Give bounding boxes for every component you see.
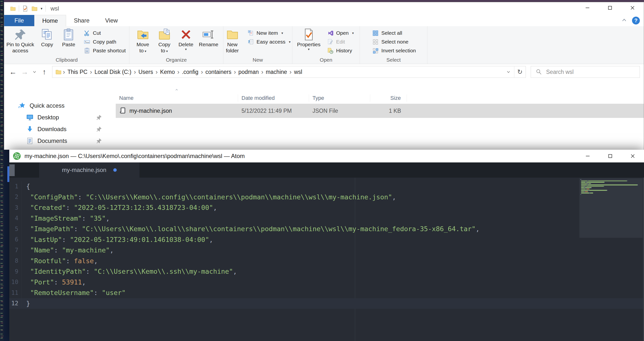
ribbon-tab-view[interactable]: View (98, 15, 126, 26)
back-button[interactable]: ← (8, 66, 18, 77)
code-line-12[interactable]: 12} (9, 298, 644, 309)
code-line-2[interactable]: 2 "ConfigPath": "C:\\Users\\Kemo\\.confi… (9, 192, 644, 202)
code-line-6[interactable]: 6 "LastUp": "2022-05-12T23:49:01.1461038… (9, 234, 644, 245)
tab-my-machine-json[interactable]: my-machine.json (39, 162, 140, 178)
easy-access-button[interactable]: Easy access▾ (245, 38, 293, 46)
maximize-button[interactable] (599, 150, 622, 162)
modified-indicator-icon[interactable] (113, 168, 117, 172)
breadcrumb-chevron-icon: › (89, 70, 93, 74)
close-button[interactable] (622, 150, 644, 162)
collapse-ribbon-button[interactable] (621, 17, 627, 24)
close-button[interactable] (621, 2, 644, 14)
copy-to-icon (158, 28, 171, 41)
code-line-4[interactable]: 4 "ImageStream": "35", (9, 213, 644, 224)
new-item-button[interactable]: New item▾ (245, 28, 293, 38)
breadcrumb-item-this-pc[interactable]: This PC (66, 69, 89, 75)
sort-ascending-icon (174, 88, 179, 92)
code-line-1[interactable]: 1{ (9, 181, 644, 192)
dropdown-caret-icon: ▾ (144, 49, 146, 53)
pin-icon (96, 126, 102, 132)
select-none-button[interactable]: Select none (370, 38, 418, 46)
sidebar-item-documents[interactable]: Documents (4, 135, 112, 147)
search-input[interactable] (546, 68, 627, 76)
code-line-7[interactable]: 7 "Name": "my-machine", (9, 245, 644, 256)
vertical-scrollbar[interactable] (643, 178, 644, 341)
up-button[interactable]: ↑ (39, 66, 50, 77)
properties-button[interactable]: Properties▾ (295, 27, 323, 52)
open-button[interactable]: Open▾ (325, 28, 356, 38)
breadcrumb-item-users[interactable]: Users (137, 69, 155, 75)
column-header-name[interactable]: Name (116, 94, 238, 102)
ribbon-group-caption: Select (360, 57, 427, 63)
line-number: 4 (9, 213, 22, 224)
code-text: "ImageStream": "35", (22, 214, 110, 222)
code-line-11[interactable]: 11 "RemoteUsername": "user" (9, 288, 644, 298)
line-number: 2 (9, 192, 22, 202)
ribbon-tab-file[interactable]: File (4, 15, 34, 26)
delete-button[interactable]: Delete▾ (175, 27, 197, 52)
close-icon (629, 4, 636, 12)
minimize-button[interactable] (576, 150, 599, 162)
breadcrumb-item-podman[interactable]: podman (236, 69, 260, 75)
column-header-size[interactable]: Size (370, 94, 407, 102)
minimize-button[interactable] (576, 2, 599, 14)
forward-button[interactable]: → (19, 66, 30, 77)
folder-icon[interactable] (10, 6, 16, 12)
invert-selection-button[interactable]: Invert selection (370, 46, 418, 55)
breadcrumb-item-containers[interactable]: containers (204, 69, 233, 75)
folder-icon[interactable] (31, 6, 38, 12)
copy-to-button[interactable]: Copyto▾ (154, 27, 175, 55)
recent-locations-caret[interactable] (31, 66, 38, 77)
search-box[interactable] (531, 66, 640, 78)
code-line-9[interactable]: 9 "IdentityPath": "C:\\Users\\Kemo\\.ssh… (9, 266, 644, 277)
select-all-button[interactable]: Select all (370, 28, 418, 38)
pin-to-quick-access-button[interactable]: Pin to Quickaccess (4, 27, 36, 54)
help-button[interactable]: ? (632, 17, 640, 24)
sidebar-item-quick-access[interactable]: Quick access (4, 100, 112, 112)
dock-toggle[interactable] (9, 164, 15, 176)
customize-toolbar-caret-icon[interactable]: ▾ (40, 6, 42, 11)
maximize-button[interactable] (599, 2, 621, 14)
quick-access-toolbar: ▾ wsl (4, 5, 59, 12)
new-folder-button[interactable]: Newfolder (222, 27, 243, 54)
ribbon-tab-share[interactable]: Share (66, 15, 98, 26)
invert-selection-icon (372, 48, 379, 54)
breadcrumb-item-config[interactable]: .config (180, 69, 200, 75)
sidebar-item-label: Downloads (38, 126, 66, 132)
rename-button[interactable]: Rename (197, 27, 220, 48)
breadcrumb-bar[interactable]: ›This PC›Local Disk (C:)›Users›Kemo›.con… (52, 66, 526, 78)
file-row-my-machine-json[interactable]: my-machine.json5/12/2022 11:49 PMJSON Fi… (116, 104, 644, 118)
window-controls (576, 2, 644, 14)
sidebar-item-downloads[interactable]: Downloads (4, 123, 112, 135)
move-to-button[interactable]: Moveto▾ (132, 27, 154, 55)
code-line-10[interactable]: 10 "Port": 53911, (9, 277, 644, 288)
minimap[interactable] (580, 178, 642, 341)
cut-button[interactable]: Cut (81, 28, 128, 38)
code-line-5[interactable]: 5 "ImagePath": "C:\\Users\\Kemo\\.local\… (9, 224, 644, 234)
copy-path-button[interactable]: Copy path (81, 38, 128, 46)
column-header-type[interactable]: Type (309, 94, 370, 102)
breadcrumb-item-kemo[interactable]: Kemo (158, 69, 176, 75)
breadcrumb-item-wsl[interactable]: wsl (292, 69, 304, 75)
line-number: 12 (9, 298, 22, 309)
breadcrumb-item-local-disk-c[interactable]: Local Disk (C:) (93, 69, 133, 75)
code-line-3[interactable]: 3 "Created": "2022-05-12T23:12:35.431872… (9, 202, 644, 213)
paste-button[interactable]: Paste (58, 27, 79, 48)
pin-icon (96, 114, 102, 120)
sidebar-item-desktop[interactable]: Desktop (4, 112, 112, 123)
history-button[interactable]: History (325, 46, 356, 55)
refresh-button[interactable]: ↻ (514, 66, 526, 78)
paste-shortcut-button[interactable]: Paste shortcut (81, 46, 128, 55)
copy-button[interactable]: Copy (36, 27, 58, 48)
file-list-pane: NameDate modifiedTypeSize my-machine.jso… (112, 80, 644, 150)
code-line-8[interactable]: 8 "Rootful": false, (9, 256, 644, 266)
window-controls (576, 150, 644, 162)
address-dropdown-caret[interactable] (503, 66, 514, 78)
edit-button[interactable]: Edit (325, 38, 356, 46)
breadcrumb-chevron-icon: › (176, 70, 180, 74)
ribbon-tab-home[interactable]: Home (34, 15, 66, 26)
properties-shortcut-icon[interactable] (22, 6, 28, 12)
editor-pane[interactable]: 1{2 "ConfigPath": "C:\\Users\\Kemo\\.con… (9, 178, 644, 341)
column-header-date-modified[interactable]: Date modified (238, 94, 309, 102)
breadcrumb-item-machine[interactable]: machine (264, 69, 289, 75)
